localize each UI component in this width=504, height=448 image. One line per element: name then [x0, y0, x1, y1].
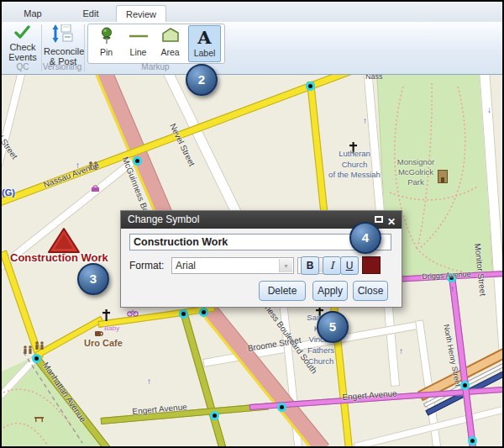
- underline-button[interactable]: U: [340, 256, 359, 275]
- node-dot[interactable]: [306, 82, 315, 91]
- area-label: Area: [155, 47, 186, 57]
- maximize-icon[interactable]: [375, 216, 383, 223]
- uro-cafe-label: Uro Cafe: [84, 338, 123, 348]
- chevron-down-icon[interactable]: ▼: [279, 259, 292, 272]
- church-cross-icon: [102, 309, 111, 321]
- oneway-arrow-icon: ↑: [147, 377, 151, 386]
- people-icon: [34, 341, 45, 350]
- callout-step-5: 5: [317, 311, 349, 343]
- mcgolrick-park-label: Monsignor McGolrick Park: [390, 157, 442, 187]
- italic-button[interactable]: I: [323, 256, 341, 275]
- bench-icon: [34, 414, 45, 422]
- tab-review[interactable]: Review: [116, 5, 166, 23]
- park-line3: Park: [390, 177, 442, 187]
- node-dot[interactable]: [210, 411, 219, 420]
- markup-panel: Pin Line Area A Label: [87, 24, 225, 64]
- node-dot[interactable]: [32, 354, 41, 363]
- close-icon[interactable]: ✕: [386, 213, 396, 231]
- check-events-label: Check Events: [6, 42, 39, 62]
- qc-group-label: QC: [6, 62, 39, 71]
- delete-button[interactable]: Delete: [259, 281, 306, 301]
- check-icon: [14, 25, 31, 39]
- label-icon: A: [189, 28, 220, 48]
- basket-icon: [91, 184, 100, 192]
- close-button[interactable]: Close: [353, 281, 388, 301]
- font-family-value: Arial: [176, 260, 196, 271]
- label-label: Label: [189, 48, 220, 58]
- people-icon: [22, 345, 34, 354]
- node-dot[interactable]: [277, 403, 286, 412]
- tab-map[interactable]: Map: [14, 5, 51, 22]
- ribbon-tab-row: Map Edit Review: [2, 2, 502, 22]
- oneway-arrow-icon: ↑: [450, 285, 454, 293]
- street-label-driggs: Driggs Avenue: [422, 270, 471, 281]
- line-label: Line: [123, 47, 154, 57]
- screenshot-frame: Map Edit Review Check Events QC Rec: [0, 0, 504, 448]
- lutheran-line1: Lutheran: [319, 149, 390, 160]
- construction-work-label[interactable]: Construction Work: [10, 251, 108, 264]
- line-tool-button[interactable]: Line: [123, 25, 154, 61]
- oneway-arrow-icon: ↓: [487, 106, 491, 114]
- pin-tool-button[interactable]: Pin: [91, 25, 122, 61]
- coffee-cup-icon: [94, 329, 104, 338]
- color-swatch[interactable]: [362, 256, 381, 274]
- callout-step-3: 3: [77, 263, 109, 295]
- area-icon: [160, 27, 181, 47]
- ribbon-separator: [84, 24, 85, 71]
- reconcile-post-button[interactable]: Reconcile & Post: [44, 24, 82, 66]
- label-tool-button[interactable]: A Label: [188, 25, 221, 62]
- tab-edit[interactable]: Edit: [72, 5, 109, 22]
- node-dot[interactable]: [468, 436, 477, 445]
- check-events-button[interactable]: Check Events: [6, 24, 39, 62]
- font-family-select[interactable]: Arial ▼: [171, 257, 294, 274]
- versioning-group-label: Versioning: [42, 62, 82, 71]
- park-line1: Monsignor: [390, 157, 442, 167]
- lutheran-line3: of the Messiah: [319, 170, 390, 181]
- subway-g-label: (G): [2, 187, 15, 198]
- bold-button[interactable]: B: [301, 256, 319, 275]
- bicycle-icon: [127, 309, 139, 317]
- callout-step-4: 4: [349, 222, 381, 254]
- format-label: Format:: [129, 257, 164, 274]
- reconcile-icon: [52, 24, 74, 43]
- oneway-arrow-icon: ↑: [363, 117, 367, 125]
- line-icon: [129, 27, 149, 47]
- node-dot[interactable]: [133, 156, 142, 166]
- lutheran-line2: Church: [319, 160, 390, 171]
- saint-line4: Fathers: [284, 345, 358, 356]
- apply-button[interactable]: Apply: [312, 281, 348, 301]
- pin-icon: [100, 27, 113, 47]
- oneway-arrow-icon: ↑: [399, 347, 403, 356]
- pin-label: Pin: [91, 47, 122, 57]
- node-dot[interactable]: [199, 308, 208, 317]
- street-label-nassau-top: Nass: [365, 75, 383, 81]
- ribbon: Check Events QC Reconcile & Post Version…: [2, 22, 502, 75]
- area-tool-button[interactable]: Area: [155, 25, 186, 61]
- dialog-title: Change Symbol: [128, 213, 199, 225]
- app-window: Map Edit Review Check Events QC Rec: [2, 2, 502, 446]
- node-dot[interactable]: [179, 309, 188, 319]
- park-line2: McGolrick: [390, 167, 442, 177]
- lutheran-church-label: Lutheran Church of the Messiah: [319, 149, 390, 181]
- saint-line5: Church: [284, 356, 358, 366]
- callout-step-2: 2: [186, 64, 218, 96]
- baby-store-label: Baby: [104, 324, 119, 332]
